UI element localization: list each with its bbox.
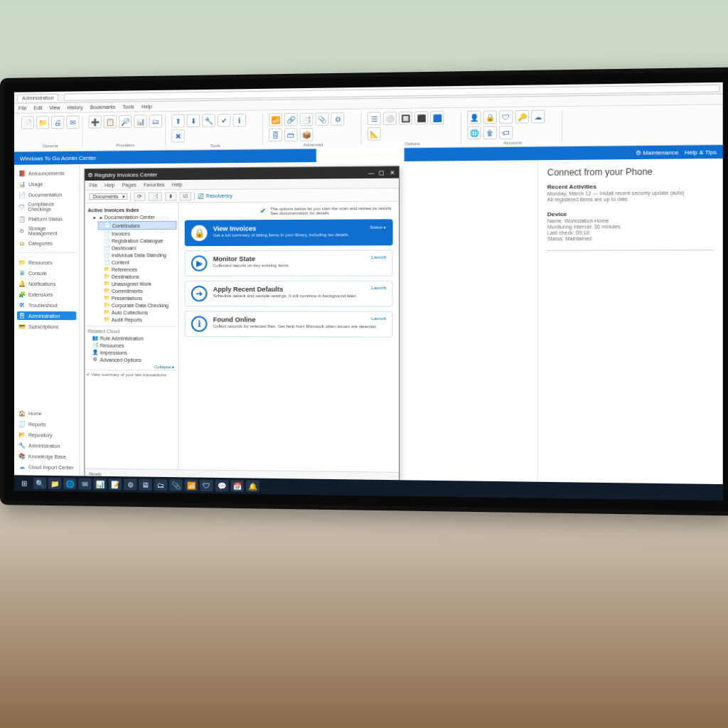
details-button[interactable]: 📑 xyxy=(149,192,162,200)
tree-node[interactable]: 📄Individual Data Standing xyxy=(98,251,177,258)
sidebar-item[interactable]: 🛡Compliance Checkings xyxy=(17,200,76,213)
task-card[interactable]: ℹFound OnlineCollect records for selecte… xyxy=(185,311,393,337)
task-action-link[interactable]: Launch xyxy=(371,255,386,259)
ribbon-button[interactable]: 📋 xyxy=(104,115,117,128)
taskbar-icon[interactable]: 🔍 xyxy=(33,478,46,489)
taskbar-icon[interactable]: 📊 xyxy=(94,478,107,490)
ribbon-button[interactable]: 🔗 xyxy=(284,113,298,127)
sidebar-item[interactable]: 🧾Reports xyxy=(17,419,76,429)
sidebar-item[interactable]: 🏠Home xyxy=(17,409,76,418)
taskbar-icon[interactable]: 🗂 xyxy=(154,479,167,491)
submenu-favorites[interactable]: Favorites xyxy=(144,182,164,187)
ribbon-button[interactable]: 🔒 xyxy=(483,110,497,124)
ribbon-button[interactable]: ⬇ xyxy=(187,114,200,127)
sidebar-item[interactable]: ☁Cloud Import Center xyxy=(17,462,76,471)
tree-node[interactable]: 📁Audit Reports xyxy=(98,316,177,323)
ribbon-button[interactable]: 🔑 xyxy=(515,110,529,124)
menu-bookmarks[interactable]: Bookmarks xyxy=(90,105,115,110)
sidebar-item[interactable]: 📕Announcements xyxy=(17,168,76,178)
submenu-help2[interactable]: Help xyxy=(172,182,183,187)
taskbar-icon[interactable]: 🔔 xyxy=(246,481,259,493)
menu-edit[interactable]: Edit xyxy=(33,105,42,110)
banner-maintenance-link[interactable]: ⚙ Maintenance xyxy=(636,149,678,156)
taskbar-icon[interactable]: 💬 xyxy=(215,480,229,491)
task-action-link[interactable]: Status ▸ xyxy=(370,225,386,230)
ribbon-button[interactable]: ☁ xyxy=(531,110,545,124)
taskbar-icon[interactable]: ⚙ xyxy=(124,478,136,490)
refresh-button[interactable]: ⟳ xyxy=(134,192,146,200)
tree-node-contributors[interactable]: 📄Contributors xyxy=(98,221,177,230)
task-action-link[interactable]: Launch xyxy=(371,286,386,290)
taskbar-icon[interactable]: 📎 xyxy=(169,479,182,491)
ribbon-button[interactable]: 🖨 xyxy=(51,116,64,129)
taskbar-icon[interactable]: ✉ xyxy=(78,478,91,489)
sidebar-item[interactable]: 🧩Extensions xyxy=(17,290,76,299)
category-dropdown[interactable]: Documents xyxy=(89,193,127,200)
sidebar-item[interactable]: 📋Platform Status xyxy=(17,214,76,223)
submenu-help[interactable]: Help xyxy=(105,183,115,188)
tree-node[interactable]: 📁References xyxy=(98,266,177,273)
ribbon-button[interactable]: 🗑 xyxy=(483,126,497,139)
ribbon-button[interactable]: 🌐 xyxy=(467,126,481,139)
ribbon-button[interactable]: ℹ xyxy=(232,114,246,127)
task-action-link[interactable]: Launch xyxy=(371,316,386,321)
ribbon-button[interactable]: 📶 xyxy=(269,113,282,127)
ribbon-button[interactable]: 📄 xyxy=(21,116,34,129)
tree-node[interactable]: 📁Auto Collections xyxy=(98,309,177,316)
taskbar-icon[interactable]: 📶 xyxy=(185,479,198,491)
task-card[interactable]: ➜Apply Recent DefaultsSchedule default a… xyxy=(185,281,393,307)
minimize-icon[interactable]: — xyxy=(368,169,375,176)
taskbar-icon[interactable]: 🛡 xyxy=(200,480,213,491)
sidebar-item[interactable]: 🛠Troubleshoot xyxy=(17,301,76,309)
ribbon-button[interactable]: ⚙ xyxy=(331,112,344,126)
ribbon-button[interactable]: 📐 xyxy=(368,127,381,141)
taskbar-icon[interactable]: 🌐 xyxy=(63,478,76,489)
ribbon-button[interactable]: ✔ xyxy=(218,114,231,127)
ribbon-button[interactable]: 🗂 xyxy=(149,114,162,127)
sidebar-item[interactable]: ⚙Storage Management xyxy=(17,225,76,237)
sidebar-item[interactable]: 📚Knowledge Base xyxy=(17,451,76,461)
tree-footer-summary[interactable]: ✔ View summary of your last transactions xyxy=(86,370,176,378)
ribbon-button[interactable]: ☰ xyxy=(368,112,381,125)
menu-view[interactable]: View xyxy=(49,105,60,110)
ribbon-button[interactable]: 🗃 xyxy=(284,128,298,141)
ribbon-button[interactable]: ⚪ xyxy=(383,112,397,125)
ribbon-button[interactable]: 🔎 xyxy=(119,115,132,128)
sidebar-item[interactable]: 🔔Notifications xyxy=(17,279,76,288)
menu-history[interactable]: History xyxy=(68,105,83,109)
sidebar-item[interactable]: 🖥Console xyxy=(17,269,76,277)
resolvency-link[interactable]: 🔄 Resolvency xyxy=(198,193,232,198)
menu-help[interactable]: Help xyxy=(141,104,152,109)
sidebar-item[interactable]: 🗂Categories xyxy=(17,239,76,247)
tree-root[interactable]: ▸▸ Documentation Center xyxy=(86,214,176,222)
submenu-pages[interactable]: Pages xyxy=(122,183,136,188)
start-button[interactable]: ⊞ xyxy=(17,477,31,488)
taskbar-icon[interactable]: 📝 xyxy=(109,478,122,490)
browser-tab[interactable]: Administration xyxy=(17,93,59,101)
tree-node[interactable]: 📄Invoices xyxy=(98,230,177,237)
sidebar-item[interactable]: 📄Documentation xyxy=(17,190,76,199)
tree-node[interactable]: 📁Commitments xyxy=(98,287,177,294)
ribbon-button[interactable]: ⬆ xyxy=(171,114,184,127)
banner-help-link[interactable]: Help & Tips xyxy=(685,149,717,156)
tree-node[interactable]: 📄Dashboard xyxy=(98,244,177,251)
sidebar-item[interactable]: 📁Resources xyxy=(17,258,76,267)
select-button[interactable]: ☑ xyxy=(180,192,191,200)
sidebar-item[interactable]: 🔧Administration xyxy=(17,441,76,450)
submenu-file[interactable]: File xyxy=(89,183,97,188)
ribbon-button[interactable]: ✉ xyxy=(66,116,79,129)
taskbar-icon[interactable]: 📅 xyxy=(230,480,244,492)
task-card[interactable]: ▶Monitor StateCollected reports on key e… xyxy=(185,250,393,276)
close-icon[interactable]: ✕ xyxy=(388,169,396,176)
tree-node[interactable]: 📁Presentations xyxy=(98,294,177,301)
taskbar-icon[interactable]: 🖥 xyxy=(139,479,151,491)
ribbon-button[interactable]: ➕ xyxy=(88,115,101,128)
ribbon-button[interactable]: 🛡 xyxy=(499,110,513,124)
ribbon-button[interactable]: 🗄 xyxy=(269,129,282,142)
tree-node[interactable]: 📄Content xyxy=(98,258,177,265)
ribbon-button[interactable]: ⬛ xyxy=(414,112,428,125)
menu-tools[interactable]: Tools xyxy=(122,105,134,109)
ribbon-button[interactable]: 🏷 xyxy=(499,126,513,139)
task-card[interactable]: 🔒View InvoicesGet a full summary of bill… xyxy=(185,219,393,246)
ribbon-button[interactable]: 📑 xyxy=(300,113,314,127)
